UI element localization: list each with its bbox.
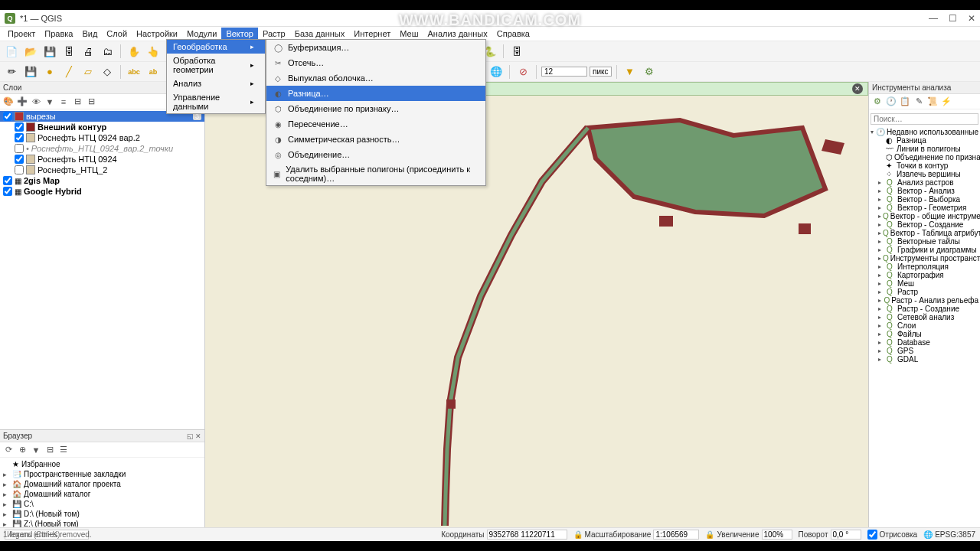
menu-Модули[interactable]: Модули [182,28,221,40]
menu-Проект[interactable]: Проект [3,28,40,40]
new-project-icon[interactable]: 📄 [3,43,20,60]
undock-browser-icon[interactable]: ◱ [187,432,194,440]
toolgroup-Файлы[interactable]: ▸QФайлы [871,330,978,338]
menu-База данных[interactable]: База данных [290,28,350,40]
results-icon[interactable]: 📋 [900,96,910,107]
options-icon[interactable]: ⚡ [941,96,952,107]
tools-search-input[interactable] [871,113,978,125]
geoproc-Разница…[interactable]: ◐Разница… [266,86,485,101]
browser-C:\[interactable]: ▸💾C:\ [3,499,201,509]
geoproc-Удалить выбранные полигоны (присоединить к соседним)…[interactable]: ▣Удалить выбранные полигоны (присоединит… [266,162,485,185]
menu-Справка[interactable]: Справка [492,28,534,40]
save-edits-icon[interactable]: 💾 [22,64,39,80]
browser-D:\ (Новый том)[interactable]: ▸💾D:\ (Новый том) [3,509,201,519]
maximize-button[interactable]: ☐ [949,13,957,24]
menu-Настройки[interactable]: Настройки [132,28,182,40]
save-as-icon[interactable]: 🗄 [60,43,77,60]
menu-Интернет[interactable]: Интернет [349,28,395,40]
tool-Объединение по признаку[interactable]: ⬡Объединение по признаку [871,153,978,161]
layer-Внешний контур[interactable]: Внешний контур [0,122,204,132]
segment-input[interactable] [541,67,587,77]
pan-icon[interactable]: ✋ [126,43,142,60]
globe2-icon[interactable]: 🌐 [488,64,505,80]
toolgroup-Вектор - общие инструменты[interactable]: ▸QВектор - общие инструменты [871,212,978,220]
toolgroup-Вектор - Анализ[interactable]: ▸QВектор - Анализ [871,187,978,195]
menu-Правка[interactable]: Правка [40,28,77,40]
tool-Извлечь вершины[interactable]: ⁘Извлечь вершины [871,170,978,178]
layer-Роснефть НТЦ 0924 вар.2[interactable]: Роснефть НТЦ 0924 вар.2 [0,132,204,143]
layer-Роснефть НТЦ 0924[interactable]: Роснефть НТЦ 0924 [0,154,204,165]
submenu-Анализ[interactable]: Анализ▸ [167,77,265,90]
toolgroup-Слои[interactable]: ▸QСлои [871,321,978,330]
menu-Меш[interactable]: Меш [395,28,423,40]
submenu-Обработка геометрии[interactable]: Обработка геометрии▸ [167,54,265,77]
add-group-icon[interactable]: ➕ [17,96,28,107]
close-browser-icon[interactable]: ✕ [195,432,201,440]
submenu-Геообработка[interactable]: Геообработка▸ [167,40,265,54]
eye-icon[interactable]: 👁 [31,96,41,107]
toolgroup-GPS[interactable]: ▸QGPS [871,347,978,355]
geoproc-Объединение по признаку…[interactable]: ⬡Объединение по признаку… [266,101,485,116]
style-icon[interactable]: 🎨 [3,96,14,107]
refresh-icon[interactable]: ⟳ [3,445,14,455]
layers-tree[interactable]: вырезы3Внешний контурРоснефть НТЦ 0924 в… [0,109,204,429]
close-button[interactable]: ✕ [968,13,975,24]
browser-tree[interactable]: ★Избранное▸📑Пространственные закладки▸🏠Д… [0,458,204,527]
geoproc-Выпуклая оболочка…[interactable]: ◇Выпуклая оболочка… [266,70,485,86]
vertex-icon[interactable]: ◇ [99,64,116,80]
tool-Линии в полигоны[interactable]: 〰Линии в полигоны [871,145,978,153]
edit-toggle-icon[interactable]: ✏ [3,64,20,80]
layer-Роснефть_НТЦ_2[interactable]: Роснефть_НТЦ_2 [0,165,204,175]
save-icon[interactable]: 💾 [41,43,58,60]
toolgroup-Сетевой анализ[interactable]: ▸QСетевой анализ [871,313,978,321]
browser-Избранное[interactable]: ★Избранное [3,459,201,469]
geoprocessing-submenu[interactable]: ◯Буферизация…✂Отсечь…◇Выпуклая оболочка…… [266,39,486,186]
history-icon[interactable]: 🕐 [886,96,897,107]
toolgroup-Растр[interactable]: ▸QРастр [871,288,978,296]
toolgroup-Растр - Анализ рельефа[interactable]: ▸QРастр - Анализ рельефа [871,296,978,305]
menu-Слой[interactable]: Слой [102,28,132,40]
submenu-Управление данными[interactable]: Управление данными▸ [167,90,265,113]
geoproc-Отсечь…[interactable]: ✂Отсечь… [266,55,485,70]
layer-2gis Map[interactable]: ▦2gis Map [0,175,204,186]
toolgroup-GDAL[interactable]: ▸QGDAL [871,355,978,364]
model-icon[interactable]: ⚙ [872,96,883,107]
browser-Пространственные закладки[interactable]: ▸📑Пространственные закладки [3,469,201,479]
toolgroup-Графики и диаграммы[interactable]: ▸QГрафики и диаграммы [871,246,978,254]
edit-model-icon[interactable]: ✎ [913,96,924,107]
toolgroup-Анализ растров[interactable]: ▸QАнализ растров [871,178,978,187]
geoproc-Объединение…[interactable]: ◎Объединение… [266,147,485,162]
filter-layers-icon[interactable]: ▼ [44,96,55,107]
layout-icon[interactable]: 🖨 [80,43,96,60]
toolgroup-Интерполяция[interactable]: ▸QИнтерполяция [871,262,978,271]
tool-Разница[interactable]: ◐Разница [871,136,978,145]
geoproc-Симметрическая разность…[interactable]: ◑Симметрическая разность… [266,132,485,147]
expand-icon[interactable]: ≡ [58,96,69,107]
toolgroup-Векторные тайлы[interactable]: ▸QВекторные тайлы [871,237,978,246]
toolgroup-Вектор - Геометрия[interactable]: ▸QВектор - Геометрия [871,204,978,212]
layout-manager-icon[interactable]: 🗂 [99,43,116,60]
filter-browser-icon[interactable]: ▼ [31,445,41,455]
geoproc-Пересечение…[interactable]: ◉Пересечение… [266,116,485,132]
layer-Роснефть_НТЦ_0924_вар.2_точки[interactable]: •Роснефть_НТЦ_0924_вар.2_точки [0,143,204,154]
add-fav-icon[interactable]: ⊕ [17,445,28,455]
geoproc-Буферизация…[interactable]: ◯Буферизация… [266,40,485,55]
layer-Google Hybrid[interactable]: ▦Google Hybrid [0,186,204,197]
browser-Z:\ (Новый том)[interactable]: ▸💾Z:\ (Новый том) [3,519,201,527]
pan-selection-icon[interactable]: 👆 [145,43,162,60]
menubar[interactable]: ПроектПравкаВидСлойНастройкиМодулиВектор… [0,27,980,41]
remove-icon[interactable]: ⊟ [86,96,96,107]
toolgroup-Меш[interactable]: ▸QМеш [871,279,978,288]
script-icon[interactable]: 📜 [927,96,938,107]
vector-menu-dropdown[interactable]: Геообработка▸Обработка геометрии▸Анализ▸… [166,39,266,114]
collapse-icon[interactable]: ⊟ [72,96,83,107]
menu-Вектор[interactable]: Вектор [221,28,258,40]
minimize-button[interactable]: — [929,13,938,24]
deselect-icon[interactable]: ⊘ [514,64,531,80]
add-line-icon[interactable]: ╱ [60,64,77,80]
label2-icon[interactable]: ab [145,64,162,80]
toolgroup-Растр - Создание[interactable]: ▸QРастр - Создание [871,305,978,313]
props-icon[interactable]: ☰ [58,445,69,455]
tools-tree[interactable]: ▾🕐Недавно использованные◐Разница〰Линии в… [869,126,980,527]
toolbar-icon-16[interactable]: 🗄 [508,43,525,60]
